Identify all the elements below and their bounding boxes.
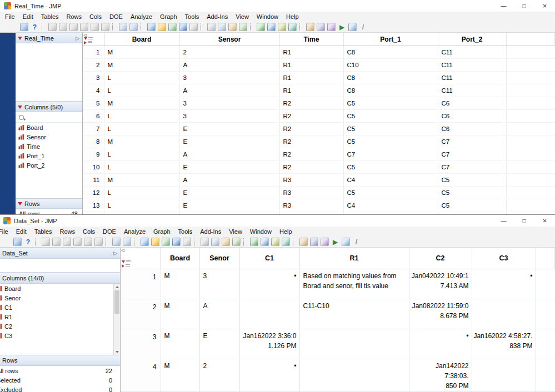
cell[interactable]: • xyxy=(239,269,299,299)
cell[interactable]: C5 xyxy=(343,97,438,110)
cell[interactable]: E xyxy=(179,199,279,212)
cell[interactable]: Jan042022 10:49:1 7.413 AM xyxy=(409,269,472,299)
columns-menu-icon[interactable] xyxy=(84,37,87,40)
paste-selection-icon[interactable] xyxy=(13,238,22,246)
row-number[interactable]: 11 xyxy=(83,174,104,187)
columns-search-field[interactable] xyxy=(16,112,82,123)
cell[interactable]: 3 xyxy=(179,97,279,110)
table-panel-header[interactable]: Data_Set ▷ xyxy=(0,248,120,259)
cell[interactable]: C11 xyxy=(438,84,506,97)
journal-window-icon[interactable] xyxy=(306,23,314,31)
cell[interactable]: • xyxy=(472,269,536,299)
cell[interactable] xyxy=(239,299,299,329)
column-header-time[interactable]: Time xyxy=(279,33,343,46)
cell[interactable]: E xyxy=(179,135,279,148)
cell[interactable]: A xyxy=(179,59,279,72)
rows-menu-icon[interactable] xyxy=(84,41,87,44)
menu-view[interactable]: View xyxy=(232,13,253,20)
tabulate-icon[interactable] xyxy=(278,23,286,31)
rows-panel-header[interactable]: Rows xyxy=(16,198,82,209)
cell[interactable]: A xyxy=(179,174,279,187)
collapse-panel-icon[interactable]: ▷ xyxy=(113,250,117,256)
close-icon[interactable]: × xyxy=(534,0,555,12)
cell[interactable]: C11 xyxy=(438,59,506,72)
cell[interactable]: M xyxy=(104,97,179,110)
cell[interactable]: C7 xyxy=(438,161,506,174)
row-number[interactable]: 5 xyxy=(83,97,104,110)
menu-add-ins[interactable]: Add-Ins xyxy=(196,228,225,235)
panel-menu-icon[interactable] xyxy=(18,37,22,40)
cell[interactable]: M xyxy=(104,174,179,187)
undo-icon[interactable] xyxy=(232,238,241,246)
menu-file[interactable]: File xyxy=(1,13,19,20)
new-journal-icon[interactable] xyxy=(168,23,177,31)
cell[interactable]: C5 xyxy=(343,161,438,174)
paste-icon[interactable] xyxy=(222,238,230,246)
cell[interactable]: 2 xyxy=(179,46,279,59)
cell[interactable]: C7 xyxy=(438,135,506,148)
cell[interactable]: R1 xyxy=(279,46,343,59)
cell[interactable]: M xyxy=(161,269,199,299)
close-icon[interactable]: × xyxy=(534,215,555,227)
data-filter-icon[interactable] xyxy=(348,23,357,31)
open-file-icon[interactable] xyxy=(151,238,159,246)
lasso-tool-icon[interactable] xyxy=(80,23,88,31)
selection-tool-icon[interactable] xyxy=(129,23,138,31)
help-icon[interactable]: ? xyxy=(24,238,32,246)
script-window-icon[interactable] xyxy=(321,238,329,246)
cell[interactable] xyxy=(299,359,409,392)
row-number[interactable]: 1 xyxy=(121,269,161,299)
cell[interactable]: R2 xyxy=(279,123,343,135)
cell[interactable]: L xyxy=(104,110,179,123)
layout-window-icon[interactable] xyxy=(317,23,325,31)
panel-menu-icon[interactable] xyxy=(18,105,22,109)
zoom-tool-icon[interactable] xyxy=(42,238,50,246)
cell[interactable] xyxy=(299,329,409,359)
cell[interactable]: L xyxy=(104,84,179,97)
menu-doe[interactable]: DOE xyxy=(99,228,120,235)
fit-y-by-x-icon[interactable] xyxy=(261,238,269,246)
run-script-icon[interactable]: ▶ xyxy=(331,238,339,246)
menu-analyze[interactable]: Analyze xyxy=(120,228,149,235)
cell[interactable]: R2 xyxy=(279,97,343,110)
menu-tools[interactable]: Tools xyxy=(181,13,203,20)
column-header-c3[interactable]: C3 xyxy=(472,248,536,269)
cell[interactable]: C11 xyxy=(438,72,506,84)
menu-tables[interactable]: Tables xyxy=(31,228,56,235)
cell[interactable]: M xyxy=(104,46,179,59)
cell[interactable]: R2 xyxy=(279,110,343,123)
script-window-icon[interactable] xyxy=(327,23,336,31)
scroller-tool-icon[interactable] xyxy=(112,238,121,246)
row-number[interactable]: 13 xyxy=(83,199,104,212)
maximize-icon[interactable]: □ xyxy=(514,0,534,12)
cell[interactable]: M xyxy=(161,329,199,359)
cell[interactable]: R2 xyxy=(279,161,343,174)
row-number[interactable]: 4 xyxy=(121,359,161,392)
cell[interactable]: Jan162022 3:36:0 1.126 PM xyxy=(239,329,299,359)
column-header-c2[interactable]: C2 xyxy=(409,248,472,269)
cell[interactable]: R1 xyxy=(279,84,343,97)
annotate-tool-icon[interactable] xyxy=(94,238,103,246)
menu-rows[interactable]: Rows xyxy=(56,228,79,235)
open-file-icon[interactable] xyxy=(158,23,166,31)
save-file-icon[interactable] xyxy=(172,238,181,246)
paste-icon[interactable] xyxy=(228,23,237,31)
column-item-port-1[interactable]: Port_1 xyxy=(16,151,82,160)
cell[interactable]: L xyxy=(104,199,179,212)
table-panel-header[interactable]: Real_Time ▷ xyxy=(16,33,82,43)
cell[interactable]: 3 xyxy=(199,269,239,299)
column-header-board[interactable]: Board xyxy=(104,33,179,46)
cell[interactable]: Jan162022 4:58:27. 838 PM xyxy=(472,329,536,359)
undo-icon[interactable] xyxy=(239,23,247,31)
columns-menu-icon[interactable] xyxy=(122,260,125,263)
cell[interactable]: R3 xyxy=(279,199,343,212)
run-script-icon[interactable]: ▶ xyxy=(338,23,346,31)
cell[interactable]: R3 xyxy=(279,187,343,199)
cell[interactable]: M xyxy=(104,135,179,148)
hand-tool-icon[interactable] xyxy=(59,23,67,31)
rows-menu-icon[interactable] xyxy=(122,264,124,268)
menu-window[interactable]: Window xyxy=(246,228,276,235)
crosshair-tool-icon[interactable] xyxy=(91,23,99,31)
cell[interactable]: Jan082022 11:59:0 8.678 PM xyxy=(409,299,472,329)
cell[interactable]: M xyxy=(161,299,199,329)
